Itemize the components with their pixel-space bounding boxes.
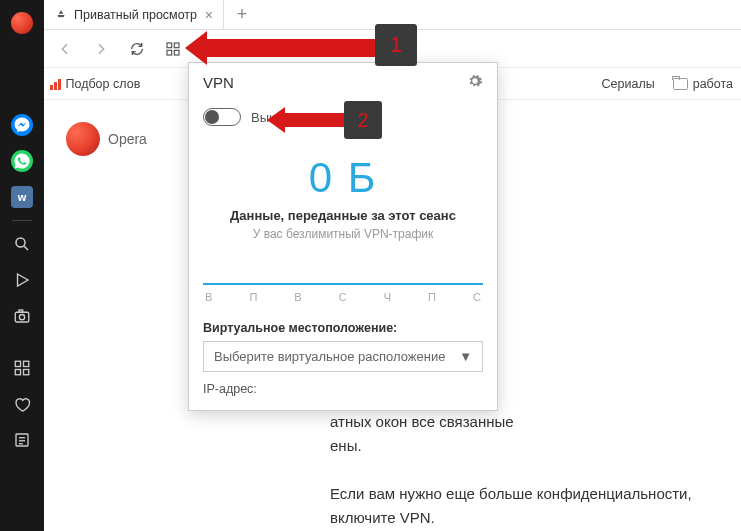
bookmark-label: Сериалы (602, 77, 655, 91)
news-icon[interactable] (7, 425, 37, 455)
svg-rect-8 (24, 370, 29, 375)
incognito-icon (54, 8, 68, 22)
vpn-status: Выкл. (251, 110, 286, 125)
opera-brand-text: Opera (108, 131, 147, 147)
whatsapp-icon[interactable] (7, 146, 37, 176)
folder-icon (673, 78, 688, 90)
svg-rect-13 (167, 43, 172, 48)
heart-icon[interactable] (7, 389, 37, 419)
vpn-data-amount: 0 Б (189, 154, 497, 202)
svg-point-0 (16, 238, 25, 247)
forward-button[interactable] (86, 34, 116, 64)
svg-rect-2 (15, 312, 29, 322)
bookmark-folder-work[interactable]: работа (673, 77, 733, 91)
svg-line-1 (24, 246, 28, 250)
wordstat-icon (50, 78, 61, 90)
sidebar: w (0, 0, 44, 531)
vpn-graph (203, 259, 483, 285)
close-icon[interactable]: × (205, 7, 213, 23)
messenger-icon[interactable] (7, 110, 37, 140)
search-icon[interactable] (7, 229, 37, 259)
annotation-2: 2 (344, 101, 382, 139)
tab-title: Приватный просмотр (74, 8, 197, 22)
vpn-toggle[interactable] (203, 108, 241, 126)
sidebar-separator (12, 220, 32, 221)
bookmark-item-1[interactable]: Подбор слов (50, 77, 140, 91)
svg-point-3 (19, 315, 24, 320)
vpn-days: В П В С Ч П С (205, 291, 481, 303)
bookmark-label: работа (693, 77, 733, 91)
play-icon[interactable] (7, 265, 37, 295)
gear-icon[interactable] (467, 73, 483, 92)
svg-rect-7 (15, 370, 20, 375)
bookmark-item-serials[interactable]: Сериалы (602, 77, 655, 91)
camera-icon[interactable] (7, 301, 37, 331)
vpn-data-label: Данные, переданные за этот сеанс (189, 208, 497, 223)
back-button[interactable] (50, 34, 80, 64)
vpn-select-placeholder: Выберите виртуальное расположение (214, 349, 445, 364)
speed-dial-icon[interactable] (7, 353, 37, 383)
vpn-ip-label: IP-адрес: (189, 372, 497, 396)
svg-rect-15 (167, 50, 172, 55)
new-tab-button[interactable]: + (224, 0, 260, 29)
annotation-1: 1 (375, 24, 417, 66)
svg-rect-14 (174, 43, 179, 48)
vk-icon[interactable]: w (7, 182, 37, 212)
opera-brand: Opera (66, 122, 147, 156)
vpn-location-select[interactable]: Выберите виртуальное расположение ▼ (203, 341, 483, 372)
opera-logo-icon (66, 122, 100, 156)
vpn-location-label: Виртуальное местоположение: (189, 303, 497, 341)
svg-rect-4 (19, 310, 23, 312)
speed-dial-button[interactable] (158, 34, 188, 64)
opera-menu[interactable] (7, 8, 37, 38)
private-body: атных окон все связанные ены. Если вам н… (330, 410, 710, 530)
address-bar-placeholder[interactable]: или веб-адрес (270, 41, 357, 56)
tab-bar: Приватный просмотр × + (0, 0, 741, 30)
svg-rect-16 (174, 50, 179, 55)
vpn-popup: VPN Выкл. 0 Б Данные, переданные за этот… (188, 62, 498, 411)
vpn-data-sub: У вас безлимитный VPN-трафик (189, 227, 497, 241)
svg-rect-5 (15, 361, 20, 366)
vpn-popup-title: VPN (203, 74, 234, 91)
bookmark-label: Подбор слов (66, 77, 141, 91)
chevron-down-icon: ▼ (459, 349, 472, 364)
vpn-badge[interactable]: VPN (200, 41, 234, 57)
tab-private[interactable]: Приватный просмотр × (44, 0, 224, 29)
reload-button[interactable] (122, 34, 152, 64)
svg-rect-6 (24, 361, 29, 366)
